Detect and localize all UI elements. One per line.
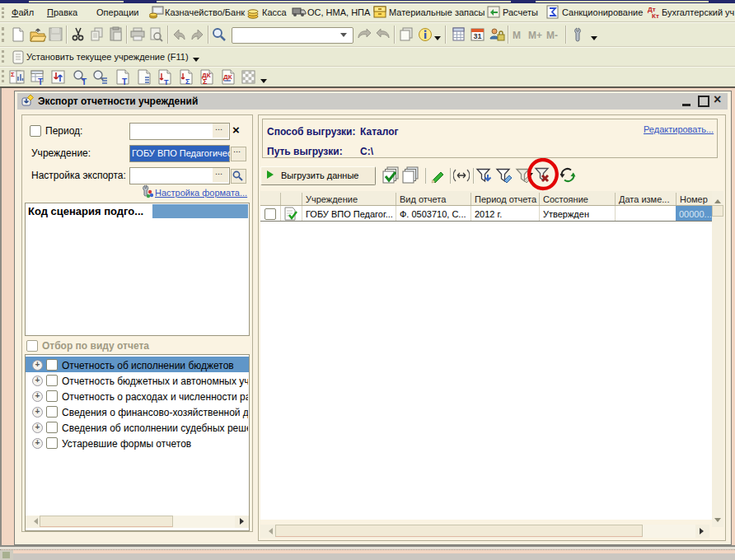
svg-text:31: 31 <box>474 32 482 40</box>
svg-text:T: T <box>164 78 169 86</box>
svg-text:Кт: Кт <box>652 12 659 19</box>
svg-text:ДК: ДК <box>223 73 232 81</box>
svg-text:T: T <box>82 77 87 86</box>
svg-text:Σ: Σ <box>11 71 15 78</box>
svg-text:Σ: Σ <box>203 77 208 86</box>
svg-text:T: T <box>38 77 43 86</box>
svg-text:Σ: Σ <box>185 77 190 86</box>
svg-text:T: T <box>122 77 127 86</box>
